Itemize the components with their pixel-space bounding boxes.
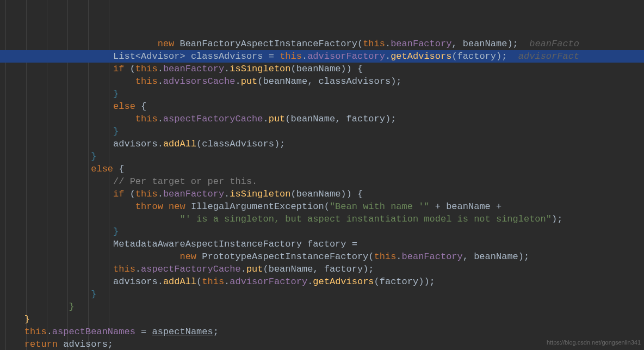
code-token: beanFactory bbox=[163, 64, 224, 74]
code-line[interactable]: "' is a singleton, but aspect instantiat… bbox=[0, 213, 644, 225]
code-token: beanFactory bbox=[391, 39, 451, 49]
code-token: ( bbox=[196, 277, 202, 287]
watermark-text: https://blog.csdn.net/gongsenlin341 bbox=[547, 336, 641, 349]
code-line[interactable]: else { bbox=[0, 100, 644, 113]
indent-space bbox=[2, 126, 113, 137]
code-token: ( bbox=[257, 76, 263, 87]
code-line[interactable]: } bbox=[0, 300, 644, 313]
code-token: List bbox=[113, 51, 135, 62]
code-token: + bbox=[491, 201, 501, 212]
code-line[interactable]: advisors.addAll(this.advisorFactory.getA… bbox=[0, 275, 644, 288]
code-token: this bbox=[135, 76, 158, 87]
code-token: beanName bbox=[263, 76, 308, 87]
code-token: . bbox=[263, 114, 269, 124]
code-token: . bbox=[224, 64, 230, 74]
code-token: ( bbox=[324, 201, 330, 212]
code-token: classAdvisors bbox=[191, 51, 263, 62]
code-editor[interactable]: new BeanFactoryAspectInstanceFactory(thi… bbox=[0, 0, 644, 350]
indent-space bbox=[2, 264, 113, 274]
code-token: beanFactory bbox=[163, 189, 224, 199]
code-token: beanName bbox=[296, 64, 341, 74]
code-token: { bbox=[119, 164, 124, 174]
code-line[interactable]: else { bbox=[0, 163, 644, 175]
code-token: . bbox=[396, 251, 401, 262]
code-token: . bbox=[158, 64, 163, 74]
code-token: throw new bbox=[135, 201, 191, 212]
indent-space bbox=[2, 314, 24, 324]
code-line[interactable]: throw new IllegalArgumentException("Bean… bbox=[0, 200, 644, 213]
code-token: . bbox=[158, 139, 163, 149]
indent-space bbox=[2, 339, 24, 349]
indent-space bbox=[2, 101, 113, 112]
code-token: this bbox=[374, 251, 397, 262]
code-token: = bbox=[135, 327, 152, 337]
code-line[interactable]: if (this.beanFactory.isSingleton(beanNam… bbox=[0, 63, 644, 75]
code-token: beanName bbox=[446, 201, 491, 212]
code-token: > bbox=[179, 51, 190, 62]
code-token: } bbox=[69, 302, 74, 312]
code-token: } bbox=[113, 126, 119, 137]
code-token: advisors bbox=[63, 339, 108, 349]
code-token: put bbox=[269, 114, 286, 124]
code-token: . bbox=[158, 114, 163, 124]
code-line[interactable]: MetadataAwareAspectInstanceFactory facto… bbox=[0, 238, 644, 250]
code-line[interactable]: this.advisorsCache.put(beanName, classAd… bbox=[0, 75, 644, 88]
code-token: . bbox=[224, 189, 230, 199]
indent-space bbox=[2, 327, 24, 337]
code-token: if bbox=[113, 189, 130, 199]
code-token: , bbox=[313, 264, 324, 274]
code-token: this bbox=[363, 39, 385, 49]
code-token: } bbox=[113, 226, 119, 237]
code-token: factory bbox=[324, 264, 363, 274]
code-token: aspectFactoryCache bbox=[163, 114, 263, 124]
indent-space bbox=[2, 239, 113, 249]
code-line[interactable]: this.aspectFactoryCache.put(beanName, fa… bbox=[0, 113, 644, 125]
code-line[interactable]: } bbox=[0, 225, 644, 238]
code-token: , bbox=[463, 251, 474, 262]
code-token: new bbox=[179, 251, 202, 262]
code-token: new bbox=[158, 39, 180, 49]
code-token: . bbox=[385, 39, 391, 49]
code-line[interactable]: } bbox=[0, 150, 644, 163]
code-line[interactable]: new PrototypeAspectInstanceFactory(this.… bbox=[0, 250, 644, 263]
code-token: this bbox=[202, 277, 224, 287]
code-line[interactable]: this.aspectFactoryCache.put(beanName, fa… bbox=[0, 263, 644, 275]
indent-space bbox=[2, 164, 91, 174]
code-line[interactable]: new BeanFactoryAspectInstanceFactory(thi… bbox=[0, 38, 644, 50]
code-lines-container: new BeanFactoryAspectInstanceFactory(thi… bbox=[0, 38, 644, 350]
code-token: beanName bbox=[269, 264, 313, 274]
code-token: aspectFactoryCache bbox=[141, 264, 241, 274]
code-token: . bbox=[158, 189, 163, 199]
code-token: ); bbox=[518, 251, 529, 262]
code-token: this bbox=[135, 189, 158, 199]
code-token: , bbox=[451, 39, 462, 49]
code-token: ( bbox=[451, 51, 457, 62]
code-line[interactable]: if (this.beanFactory.isSingleton(beanNam… bbox=[0, 188, 644, 200]
code-token: } bbox=[91, 289, 96, 299]
code-token: ( bbox=[291, 64, 296, 74]
code-token: advisorFact bbox=[518, 51, 579, 62]
code-line[interactable]: } bbox=[0, 313, 644, 326]
indent-space bbox=[2, 277, 113, 287]
code-token: beanName bbox=[474, 251, 518, 262]
code-token: advisors bbox=[113, 277, 158, 287]
code-token: . bbox=[385, 51, 391, 62]
indent-space bbox=[2, 151, 91, 162]
code-token: "Bean with name '" bbox=[330, 201, 430, 212]
code-token: = bbox=[263, 51, 280, 62]
code-token: ; bbox=[108, 339, 113, 349]
code-token: Advisor bbox=[141, 51, 179, 62]
code-token: this bbox=[113, 264, 135, 274]
code-token: factory bbox=[380, 277, 418, 287]
code-token: MetadataAwareAspectInstanceFactory bbox=[113, 239, 302, 249]
code-line[interactable]: advisors.addAll(classAdvisors); bbox=[0, 138, 644, 150]
code-line[interactable]: } bbox=[0, 88, 644, 100]
code-line[interactable]: // Per target or per this. bbox=[0, 175, 644, 188]
code-line[interactable]: } bbox=[0, 288, 644, 300]
code-token: . bbox=[158, 277, 163, 287]
code-token: . bbox=[302, 51, 307, 62]
indent-space bbox=[2, 39, 158, 49]
code-line[interactable]: } bbox=[0, 125, 644, 138]
code-line[interactable]: List<Advisor> classAdvisors = this.advis… bbox=[0, 50, 644, 63]
code-token: advisorFactory bbox=[230, 277, 307, 287]
